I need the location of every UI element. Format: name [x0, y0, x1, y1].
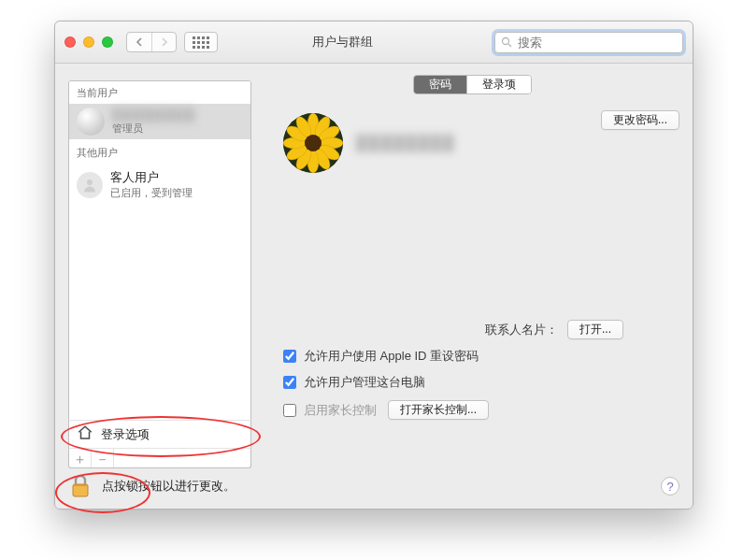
- open-parental-controls-button[interactable]: 打开家长控制...: [388, 400, 489, 420]
- svg-point-2: [87, 179, 93, 185]
- search-field[interactable]: [494, 32, 683, 53]
- change-password-button[interactable]: 更改密码...: [601, 110, 679, 130]
- search-icon: [501, 36, 512, 48]
- add-user-button[interactable]: ＋: [69, 449, 92, 467]
- allow-appleid-reset-row[interactable]: 允许用户使用 Apple ID 重设密码: [283, 348, 489, 365]
- parental-controls-row: 启用家长控制 打开家长控制...: [283, 400, 489, 420]
- login-options-label: 登录选项: [101, 426, 150, 443]
- allow-admin-checkbox[interactable]: [283, 376, 296, 389]
- current-user-name: ████████: [112, 108, 196, 122]
- allow-admin-label: 允许用户管理这台电脑: [304, 374, 425, 391]
- current-user-header: 当前用户: [69, 81, 250, 104]
- guest-avatar-icon: [77, 172, 103, 198]
- profile-picture[interactable]: [283, 113, 343, 173]
- tab-login-items[interactable]: 登录项: [466, 76, 531, 93]
- open-contacts-button[interactable]: 打开...: [567, 320, 623, 339]
- forward-button[interactable]: [151, 33, 176, 51]
- guest-user-status: 已启用，受到管理: [110, 186, 193, 200]
- contacts-card-label: 联系人名片：: [485, 322, 558, 338]
- zoom-window-button[interactable]: [102, 36, 113, 48]
- close-window-button[interactable]: [64, 36, 76, 48]
- footer: 点按锁按钮以进行更改。 ?: [68, 473, 679, 499]
- users-groups-window: 用户与群组 当前用户 ████████ 管理员 其他用户: [54, 21, 693, 510]
- contacts-card-row: 联系人名片： 打开...: [485, 320, 623, 339]
- allow-appleid-reset-checkbox[interactable]: [283, 350, 296, 363]
- options-list: 允许用户使用 Apple ID 重设密码 允许用户管理这台电脑 启用家长控制 打…: [283, 348, 489, 420]
- titlebar: 用户与群组: [55, 22, 693, 64]
- svg-rect-19: [73, 484, 88, 486]
- show-all-button[interactable]: [184, 32, 218, 52]
- main-panel: 密码 登录项: [264, 71, 679, 469]
- svg-point-17: [305, 135, 322, 151]
- svg-point-0: [503, 38, 509, 45]
- search-input[interactable]: [516, 35, 677, 50]
- profile-full-name: ████████: [356, 135, 456, 151]
- guest-user-row[interactable]: 客人用户 已启用，受到管理: [69, 165, 250, 204]
- lock-button[interactable]: [68, 473, 93, 499]
- house-icon: [77, 424, 93, 444]
- tabs: 密码 登录项: [264, 75, 679, 94]
- allow-appleid-reset-label: 允许用户使用 Apple ID 重设密码: [304, 348, 479, 365]
- tab-password[interactable]: 密码: [414, 76, 466, 93]
- minimize-window-button[interactable]: [83, 36, 94, 48]
- window-controls: [64, 36, 113, 48]
- nav-back-forward[interactable]: [126, 32, 177, 52]
- help-button[interactable]: ?: [661, 477, 679, 495]
- allow-admin-row[interactable]: 允许用户管理这台电脑: [283, 374, 489, 391]
- login-options-row[interactable]: 登录选项: [68, 420, 251, 448]
- lock-icon: [70, 474, 91, 498]
- lock-hint-text: 点按锁按钮以进行更改。: [102, 478, 236, 495]
- add-remove-bar: ＋ －: [68, 448, 251, 468]
- other-users-header: 其他用户: [69, 141, 250, 164]
- current-user-role: 管理员: [112, 122, 196, 135]
- parental-controls-label: 启用家长控制: [304, 402, 377, 419]
- guest-user-name: 客人用户: [110, 169, 193, 186]
- window-title: 用户与群组: [218, 34, 494, 50]
- users-sidebar: 当前用户 ████████ 管理员 其他用户 客人用户 已启用，受到管理: [68, 80, 251, 424]
- back-button[interactable]: [127, 33, 151, 51]
- current-user-row[interactable]: ████████ 管理员: [69, 104, 250, 139]
- user-avatar-icon: [77, 108, 105, 136]
- svg-line-1: [508, 44, 511, 47]
- remove-user-button[interactable]: －: [92, 449, 114, 467]
- parental-controls-checkbox[interactable]: [283, 404, 296, 417]
- window-body: 当前用户 ████████ 管理员 其他用户 客人用户 已启用，受到管理: [55, 64, 693, 509]
